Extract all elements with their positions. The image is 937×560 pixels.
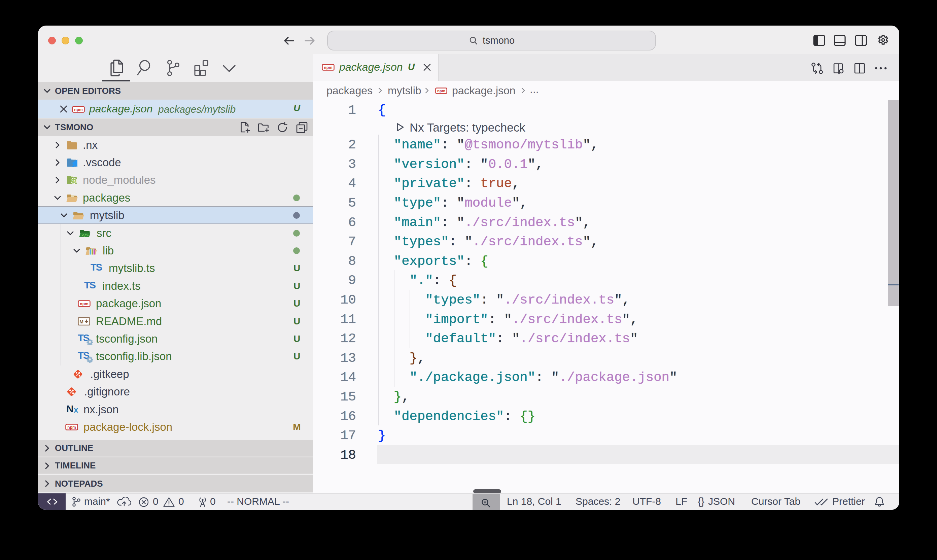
svg-text:M: M	[79, 319, 83, 325]
svg-text:JS: JS	[72, 179, 75, 183]
svg-text:npm: npm	[80, 301, 88, 306]
svg-text:npm: npm	[67, 425, 76, 429]
svg-text:</>: </>	[82, 234, 89, 238]
svg-text:npm: npm	[324, 65, 332, 70]
svg-text:npm: npm	[437, 89, 445, 93]
svg-text:npm: npm	[74, 107, 83, 112]
